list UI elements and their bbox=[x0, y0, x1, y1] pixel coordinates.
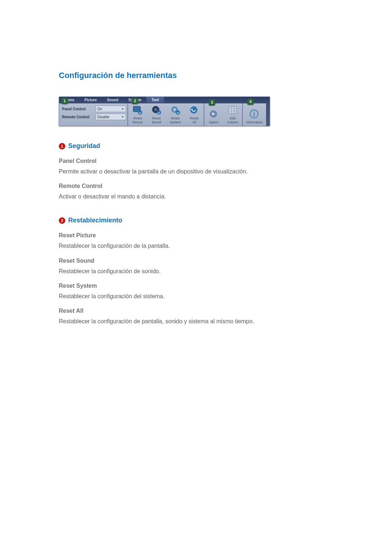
panel-control-select[interactable]: On ▼ bbox=[95, 106, 126, 112]
button-label: Reset Sound bbox=[152, 116, 161, 124]
section-number-badge: 2 bbox=[59, 217, 65, 224]
svg-rect-11 bbox=[229, 107, 237, 113]
panel-control-value: On bbox=[97, 107, 102, 111]
callout-1: 1 bbox=[61, 98, 68, 104]
callout-3: 3 bbox=[209, 99, 215, 106]
item-title: Reset All bbox=[59, 308, 332, 314]
reset-system-icon bbox=[170, 105, 181, 116]
item-desc: Permite activar o desactivar la pantalla… bbox=[59, 167, 332, 176]
svg-point-1 bbox=[138, 110, 142, 115]
information-button[interactable]: Information bbox=[243, 103, 266, 126]
remote-control-value: Disable bbox=[97, 115, 109, 119]
panel-control-label: Panel Control bbox=[62, 107, 95, 111]
button-label: Information bbox=[246, 120, 262, 124]
option-button[interactable]: Option bbox=[204, 103, 223, 126]
tab-sound[interactable]: Sound bbox=[102, 97, 123, 103]
edit-column-icon bbox=[227, 105, 238, 116]
callout-2: 2 bbox=[132, 98, 138, 104]
section-heading: Restablecimiento bbox=[68, 217, 122, 224]
item-desc: Restablecer la configuración de pantalla… bbox=[59, 317, 332, 325]
toolbar-tabs: Home Picture Sound System Tool bbox=[59, 97, 270, 103]
option-icon bbox=[208, 109, 219, 120]
item-title: Reset Picture bbox=[59, 232, 332, 239]
section-restablecimiento: 2 Restablecimiento Reset Picture Restabl… bbox=[59, 217, 332, 325]
button-label: Reset Picture bbox=[132, 116, 143, 124]
item-title: Reset System bbox=[59, 283, 332, 289]
chevron-down-icon: ▼ bbox=[121, 107, 124, 111]
chevron-down-icon: ▼ bbox=[121, 115, 124, 119]
reset-group: Reset Picture Reset Sound Reset System bbox=[128, 103, 204, 126]
reset-all-button[interactable]: Reset All bbox=[185, 103, 204, 126]
reset-all-icon bbox=[189, 105, 200, 116]
remote-control-label: Remote Control bbox=[62, 115, 95, 119]
page-title: Configuración de herramientas bbox=[59, 71, 332, 80]
svg-point-4 bbox=[157, 110, 161, 115]
svg-point-6 bbox=[173, 108, 176, 111]
button-label: Option bbox=[209, 120, 219, 124]
button-label: Reset All bbox=[190, 116, 199, 124]
edit-column-button[interactable]: Edit Column bbox=[223, 103, 242, 126]
info-group: Information bbox=[243, 103, 266, 126]
tab-tool[interactable]: Tool bbox=[146, 97, 164, 103]
svg-point-3 bbox=[154, 108, 157, 111]
svg-point-8 bbox=[190, 106, 197, 114]
reset-system-button[interactable]: Reset System bbox=[166, 103, 185, 126]
item-desc: Restablecer la configuración de la panta… bbox=[59, 242, 332, 250]
item-title: Remote Control bbox=[59, 183, 332, 189]
button-label: Edit Column bbox=[227, 116, 238, 124]
svg-point-17 bbox=[254, 112, 255, 113]
security-panel: Panel Control On ▼ Remote Control Disabl… bbox=[59, 103, 127, 126]
section-seguridad: 1 Seguridad Panel Control Permite activa… bbox=[59, 142, 332, 201]
item-desc: Activar o desactivar el mando a distanci… bbox=[59, 192, 332, 201]
item-desc: Restablecer la configuración del sistema… bbox=[59, 292, 332, 300]
reset-picture-button[interactable]: Reset Picture bbox=[128, 103, 147, 126]
tab-picture[interactable]: Picture bbox=[79, 97, 102, 103]
callout-4: 4 bbox=[247, 98, 254, 105]
item-title: Reset Sound bbox=[59, 258, 332, 264]
reset-picture-icon bbox=[132, 105, 143, 116]
section-heading: Seguridad bbox=[68, 142, 100, 150]
option-group: Option Edit Column bbox=[204, 103, 242, 126]
svg-rect-18 bbox=[254, 113, 254, 116]
remote-control-select[interactable]: Disable ▼ bbox=[95, 114, 126, 120]
section-number-badge: 1 bbox=[59, 143, 65, 149]
button-label: Reset System bbox=[170, 116, 181, 124]
toolbar-screenshot: 1 2 3 4 Home Picture Sound System Tool P… bbox=[59, 97, 270, 126]
reset-sound-button[interactable]: Reset Sound bbox=[147, 103, 166, 126]
item-title: Panel Control bbox=[59, 158, 332, 164]
svg-point-7 bbox=[176, 110, 180, 115]
info-icon bbox=[249, 109, 260, 120]
item-desc: Restablecer la configuración de sonido. bbox=[59, 267, 332, 275]
reset-sound-icon bbox=[151, 105, 162, 116]
